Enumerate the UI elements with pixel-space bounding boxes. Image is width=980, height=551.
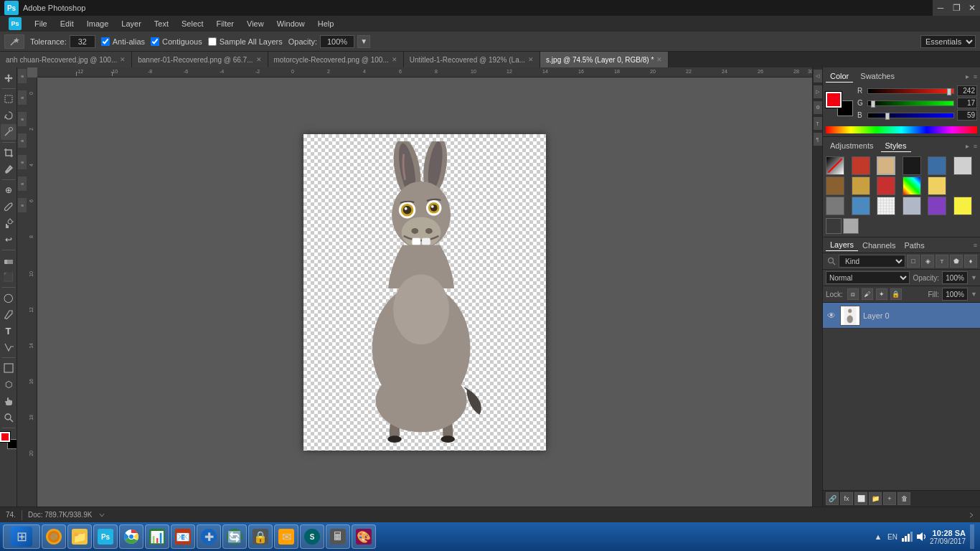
fg-color-swatch[interactable] bbox=[0, 432, 10, 442]
pen-tool[interactable] bbox=[1, 306, 17, 322]
tab-anh-chuan[interactable]: anh chuan-Recovered.jpg @ 100... ✕ bbox=[0, 52, 132, 67]
tab-motorcycle[interactable]: motorcycle-Recovered.png @ 100... ✕ bbox=[268, 52, 404, 67]
color-swatches[interactable] bbox=[0, 432, 17, 449]
taskbar-explorer[interactable]: 📁 bbox=[67, 524, 92, 549]
eraser-tool[interactable] bbox=[1, 253, 17, 268]
layers-panel-menu-icon[interactable]: ≡ bbox=[974, 242, 977, 249]
taskbar-app6[interactable]: 📧 bbox=[171, 524, 195, 549]
panel-icon-3[interactable]: ≡ bbox=[18, 112, 27, 126]
new-layer-btn[interactable]: + bbox=[883, 492, 896, 505]
titlebar-controls[interactable]: ─ ❐ ✕ bbox=[933, 0, 980, 16]
layer-filter-type-icon[interactable]: T bbox=[936, 255, 948, 268]
adj-panel-collapse-icon[interactable]: ▸ bbox=[966, 142, 969, 150]
color-panel-menu-icon[interactable]: ≡ bbox=[974, 73, 977, 80]
tray-volume-icon[interactable] bbox=[915, 531, 927, 542]
style-swatch-diagonal[interactable] bbox=[826, 156, 844, 175]
lock-position-icon[interactable]: ✦ bbox=[876, 288, 887, 300]
hand-tool[interactable] bbox=[1, 393, 17, 409]
layer-row-0[interactable]: 👁 Layer 0 bbox=[823, 303, 980, 329]
panel-icon-1[interactable]: ≡ bbox=[18, 69, 27, 83]
right-strip-icon-4[interactable]: T bbox=[814, 117, 822, 130]
layer-filter-smart-icon[interactable]: ♦ bbox=[964, 255, 977, 268]
type-tool[interactable]: T bbox=[1, 323, 17, 339]
adj-panel-menu-icon[interactable]: ≡ bbox=[974, 143, 977, 150]
right-strip-icon-3[interactable]: ⚙ bbox=[814, 101, 822, 114]
style-small-1[interactable] bbox=[826, 218, 842, 234]
style-swatch-light[interactable] bbox=[953, 156, 972, 175]
style-swatch-yellow2[interactable] bbox=[953, 197, 972, 215]
style-swatch-gradient[interactable] bbox=[903, 176, 921, 195]
tab-s-jpg[interactable]: s.jpg @ 74.5% (Layer 0, RGB/8) * ✕ bbox=[540, 52, 669, 67]
zoom-tool[interactable] bbox=[1, 410, 17, 425]
panel-icon-2[interactable]: ≡ bbox=[18, 90, 27, 105]
style-swatch-frame[interactable] bbox=[877, 156, 895, 175]
history-brush-tool[interactable]: ↩ bbox=[1, 232, 17, 248]
dodge-tool[interactable]: ◯ bbox=[1, 290, 17, 306]
tolerance-input[interactable] bbox=[70, 35, 95, 48]
style-swatch-red[interactable] bbox=[852, 156, 870, 175]
taskbar-app5[interactable]: 📊 bbox=[145, 524, 169, 549]
taskbar-firefox[interactable] bbox=[42, 524, 66, 549]
fg-bg-color-selector[interactable] bbox=[826, 92, 853, 116]
layer-mode-select[interactable]: Normal Multiply Screen bbox=[826, 271, 910, 284]
add-mask-btn[interactable]: ⬜ bbox=[854, 492, 867, 505]
taskbar-chrome[interactable] bbox=[119, 524, 143, 549]
style-swatch-blue2[interactable] bbox=[852, 197, 870, 215]
menu-filter[interactable]: Filter bbox=[211, 18, 240, 29]
opacity-arrow[interactable]: ▼ bbox=[357, 35, 370, 48]
tray-up-arrow[interactable]: ▲ bbox=[872, 531, 884, 542]
foreground-color-box[interactable] bbox=[826, 92, 842, 108]
tray-network-icon[interactable] bbox=[901, 531, 913, 542]
link-layers-btn[interactable]: 🔗 bbox=[826, 492, 839, 505]
contiguous-checkbox[interactable] bbox=[151, 37, 159, 46]
color-tab[interactable]: Color bbox=[826, 70, 853, 83]
clock-area[interactable]: 10:28 SA 27/09/2017 bbox=[930, 529, 966, 545]
anti-alias-checkbox[interactable] bbox=[101, 37, 110, 46]
style-swatch-gray1[interactable] bbox=[826, 197, 844, 215]
blue-slider[interactable] bbox=[867, 113, 954, 118]
add-style-btn[interactable]: fx bbox=[840, 492, 853, 505]
taskbar-app10[interactable]: ✉ bbox=[274, 524, 298, 549]
menu-edit[interactable]: Edit bbox=[55, 18, 80, 29]
r-value-input[interactable] bbox=[957, 85, 977, 96]
style-swatch-yellow[interactable] bbox=[928, 176, 946, 195]
tab-close-icon[interactable]: ✕ bbox=[528, 56, 534, 63]
layer-filter-adjust-icon[interactable]: ◈ bbox=[921, 255, 934, 268]
lasso-tool[interactable] bbox=[1, 108, 17, 123]
lock-all-icon[interactable]: 🔒 bbox=[890, 288, 902, 300]
menu-image[interactable]: Image bbox=[81, 18, 115, 29]
status-right-arrow[interactable] bbox=[969, 512, 974, 518]
taskbar-app13[interactable]: 🎨 bbox=[352, 524, 376, 549]
tab-close-icon[interactable]: ✕ bbox=[120, 56, 126, 63]
menu-view[interactable]: View bbox=[241, 18, 270, 29]
layer-filter-pixel-icon[interactable]: □ bbox=[907, 255, 920, 268]
panel-icon-4[interactable]: ≡ bbox=[18, 133, 27, 148]
taskbar-app7[interactable]: ✚ bbox=[197, 524, 221, 549]
tab-banner[interactable]: banner-01-Recovered.png @ 66.7... ✕ bbox=[132, 52, 268, 67]
taskbar-app8[interactable]: 🔄 bbox=[222, 524, 247, 549]
start-button[interactable]: ⊞ bbox=[3, 524, 40, 549]
opacity-arrow-icon[interactable]: ▼ bbox=[971, 274, 977, 281]
layer-opacity-input[interactable] bbox=[942, 271, 968, 284]
menu-help[interactable]: Help bbox=[312, 18, 340, 29]
color-panel-collapse-icon[interactable]: ▸ bbox=[966, 72, 969, 80]
taskbar-app12[interactable]: 🖩 bbox=[326, 524, 350, 549]
style-swatch-blue[interactable] bbox=[928, 156, 946, 175]
close-button[interactable]: ✕ bbox=[964, 0, 980, 16]
marquee-tool[interactable] bbox=[1, 91, 17, 107]
channels-tab[interactable]: Channels bbox=[858, 240, 900, 251]
tray-show-desktop[interactable] bbox=[970, 524, 974, 549]
menu-file[interactable]: File bbox=[29, 18, 53, 29]
style-small-2[interactable] bbox=[843, 218, 859, 234]
panel-icon-5[interactable]: ≡ bbox=[18, 155, 27, 169]
menu-ps[interactable]: Ps bbox=[3, 16, 27, 32]
magic-wand-tool[interactable] bbox=[1, 124, 17, 140]
eyedropper-tool[interactable] bbox=[1, 161, 17, 177]
minimize-button[interactable]: ─ bbox=[933, 0, 948, 16]
green-slider[interactable] bbox=[867, 100, 954, 106]
style-swatch-red2[interactable] bbox=[877, 176, 895, 195]
style-swatch-purple[interactable] bbox=[928, 197, 946, 215]
sample-all-checkbox[interactable] bbox=[208, 37, 217, 46]
opacity-input[interactable] bbox=[320, 35, 354, 48]
menu-layer[interactable]: Layer bbox=[116, 18, 147, 29]
